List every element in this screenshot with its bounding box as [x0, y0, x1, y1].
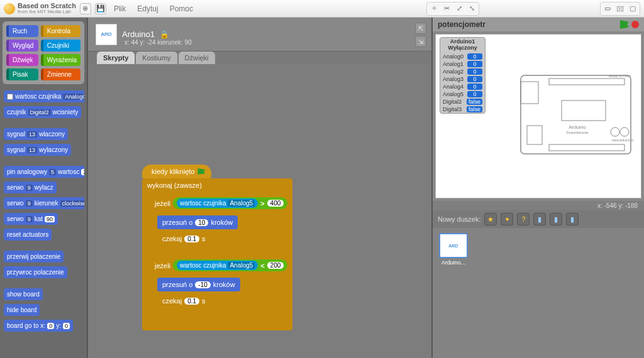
block-przerwij-polaczenie[interactable]: przerwij polaczenie: [4, 251, 64, 263]
green-flag-icon: [197, 168, 205, 175]
sprite-toolbar: Nowy duszek: ★ ✦ ? ▮ ▮ ▮: [433, 210, 644, 228]
stamp-icon[interactable]: ✧: [428, 4, 440, 14]
stage-title-text: potencjometr: [438, 20, 486, 29]
block-czujnik-wcisniety[interactable]: czujnikDigital2wcisniety: [4, 106, 81, 118]
app-title: Based on Scratch from the MIT Media Lab: [18, 3, 76, 14]
svg-point-7: [620, 127, 629, 136]
hat-when-flag-clicked[interactable]: kiedy kliknięto: [142, 165, 211, 178]
sensor-value-1[interactable]: wartosc czujnika Analog5: [177, 198, 258, 208]
paint-sprite-icon[interactable]: ★: [484, 213, 497, 225]
category-grid: Ruch Kontrola Wygląd Czujniki Dźwięk Wyr…: [3, 21, 84, 84]
sprite-thumbnail[interactable]: ARD: [96, 24, 117, 45]
monitor-row: Digital2false: [440, 98, 485, 106]
camera-sprite-icon[interactable]: ▮: [533, 213, 546, 225]
svg-rect-1: [521, 82, 538, 104]
tab-kostiumy[interactable]: Kostiumy: [136, 52, 177, 64]
arduino-monitor[interactable]: Arduino1 Wyłączony Analog00 Analog10 Ana…: [440, 37, 486, 114]
shrink-icon[interactable]: ⤡: [466, 4, 477, 14]
bool-lt[interactable]: wartosc czujnika Analog5 < 200: [173, 259, 287, 271]
block-forever[interactable]: wykonaj (zawsze) jeżeli wartosc czujnika…: [142, 178, 292, 330]
tab-dzwieki[interactable]: Dźwięki: [179, 52, 215, 64]
menu-pomoc[interactable]: Pomoc: [166, 4, 197, 13]
globe-icon[interactable]: ⊕: [80, 3, 91, 14]
block-sygnal-wlaczony[interactable]: sygnal13wlaczony: [4, 128, 68, 140]
scratch-logo-icon: [4, 3, 15, 14]
stage-titlebar: potencjometr: [433, 18, 644, 31]
block-wait-2[interactable]: czekaj0.1s: [157, 294, 211, 308]
block-wait-1[interactable]: czekaj0.1s: [157, 232, 211, 246]
monitor-row: Analog40: [440, 83, 485, 90]
choose-sprite-icon[interactable]: ✦: [501, 213, 513, 225]
svg-rect-4: [549, 144, 625, 151]
category-zmienne[interactable]: Zmienne: [41, 68, 80, 80]
sprite-card-arduino[interactable]: ARD Arduino...: [438, 233, 469, 266]
block-serwo-wylacz[interactable]: serwo9wylacz: [4, 182, 57, 193]
topbar: Based on Scratch from the MIT Media Lab …: [0, 0, 644, 18]
bool-gt[interactable]: wartosc czujnika Analog5 > 400: [173, 197, 287, 209]
tab-bar: Skrypty Kostiumy Dźwięki: [88, 52, 431, 64]
save-icon[interactable]: 💾: [95, 3, 106, 14]
block-board-goto[interactable]: board go to x:0y:0: [4, 320, 73, 332]
stamp-tool-group: ✧ ✂ ⤢ ⤡: [426, 2, 479, 16]
block-move-2[interactable]: przesuń o-10kroków: [157, 278, 240, 291]
svg-text:MADE IN ITALY: MADE IN ITALY: [609, 74, 631, 78]
category-wyglad[interactable]: Wygląd: [6, 40, 38, 52]
block-hide-board[interactable]: hide board: [4, 304, 40, 316]
category-czujniki[interactable]: Czujniki: [41, 40, 80, 52]
svg-point-6: [611, 127, 619, 136]
svg-rect-0: [521, 75, 631, 154]
view-full-icon[interactable]: ▢: [627, 4, 638, 14]
block-sygnal-wylaczony[interactable]: sygnal13wylaczony: [4, 144, 71, 156]
svg-text:www.arduino.cc: www.arduino.cc: [612, 138, 635, 142]
block-watch-checkbox[interactable]: [7, 94, 13, 100]
sprite-list: ARD Arduino...: [433, 228, 644, 358]
center-panel: ARD Arduino1 🔒 x: 44 y: -24 kierunek: 90…: [87, 18, 433, 358]
monitor-row: Analog00: [440, 53, 485, 60]
folder-sprite-icon[interactable]: ▮: [550, 213, 562, 225]
green-flag-button[interactable]: [620, 20, 629, 29]
svg-text:Arduino: Arduino: [569, 124, 586, 130]
export-icon[interactable]: ⇱: [415, 23, 426, 34]
block-if-gt[interactable]: jeżeli wartosc czujnika Analog5 > 400: [150, 194, 292, 256]
block-move-1[interactable]: przesuń o10kroków: [157, 215, 238, 229]
block-pin-analogowy[interactable]: pin analogowy5wartosc25: [4, 166, 84, 178]
sprite-header: ARD Arduino1 🔒 x: 44 y: -24 kierunek: 90…: [88, 18, 431, 52]
category-ruch[interactable]: Ruch: [6, 25, 38, 37]
monitor-row: Analog10: [440, 60, 485, 68]
stage[interactable]: Arduino1 Wyłączony Analog00 Analog10 Ana…: [435, 34, 641, 198]
view-small-icon[interactable]: ▭: [602, 4, 613, 14]
category-wyrazenia[interactable]: Wyrażenia: [41, 54, 80, 66]
category-pisak[interactable]: Pisak: [6, 68, 38, 80]
menu-plik[interactable]: Plik: [110, 4, 130, 13]
block-serwo-kierunek[interactable]: serwo9kierunekclockwise: [4, 197, 84, 209]
tab-skrypty[interactable]: Skrypty: [97, 52, 135, 64]
lock-icon[interactable]: 🔒: [160, 30, 169, 39]
menu-edytuj[interactable]: Edytuj: [133, 4, 162, 13]
block-reset-actuators[interactable]: reset actuators: [4, 229, 52, 241]
import-sprite-icon[interactable]: ▮: [566, 213, 579, 225]
arduino-board-icon[interactable]: Arduino Duemilanove www.arduino.cc MADE …: [518, 66, 637, 166]
block-palette: wartosc czujnikaAnalog0 czujnikDigital2w…: [3, 88, 84, 354]
stop-button[interactable]: [631, 21, 639, 28]
cut-icon[interactable]: ✂: [441, 4, 452, 14]
block-przywroc-polaczenie[interactable]: przywroc polaczenie: [4, 266, 67, 278]
svg-text:Duemilanove: Duemilanove: [566, 131, 589, 134]
script-stack[interactable]: kiedy kliknięto wykonaj (zawsze) jeżeli …: [142, 165, 292, 330]
monitor-head2: Wyłączony: [444, 45, 481, 52]
new-sprite-label: Nowy duszek:: [438, 215, 480, 223]
grow-icon[interactable]: ⤢: [453, 4, 465, 14]
category-kontrola[interactable]: Kontrola: [41, 25, 80, 37]
sensor-value-2[interactable]: wartosc czujnika Analog5: [177, 261, 258, 270]
script-area[interactable]: kiedy kliknięto wykonaj (zawsze) jeżeli …: [88, 64, 431, 358]
block-wartosc-czujnika[interactable]: wartosc czujnikaAnalog0: [4, 90, 84, 102]
import-icon[interactable]: ⇲: [415, 36, 426, 47]
block-show-board[interactable]: show board: [4, 288, 43, 300]
view-split-icon[interactable]: ▯▯: [614, 4, 626, 14]
block-if-lt[interactable]: jeżeli wartosc czujnika Analog5 < 200: [150, 256, 292, 318]
block-serwo-kat[interactable]: serwo9kat90: [4, 213, 58, 225]
svg-rect-2: [527, 126, 542, 144]
surprise-sprite-icon[interactable]: ?: [517, 213, 530, 225]
category-dzwiek[interactable]: Dźwięk: [6, 54, 38, 66]
svg-rect-3: [549, 79, 625, 85]
sprite-name[interactable]: Arduino1: [122, 30, 155, 39]
